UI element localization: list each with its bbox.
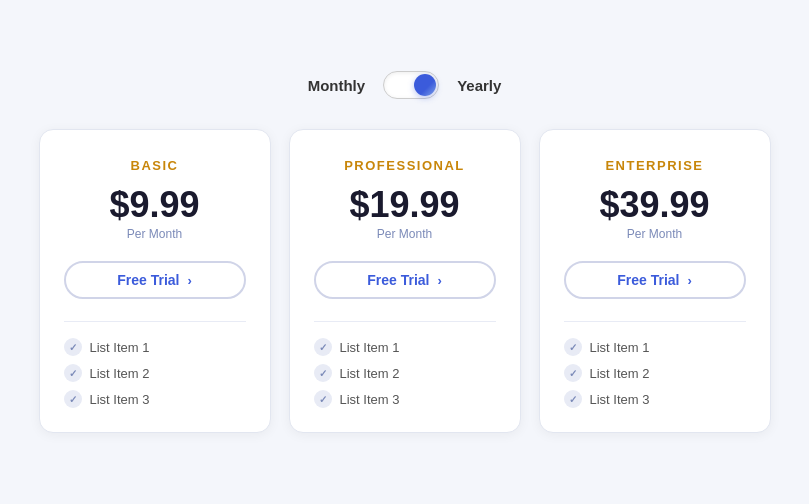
free-trial-label-enterprise: Free Trial [617, 272, 679, 288]
chevron-right-icon: › [187, 273, 191, 288]
card-divider-enterprise [564, 321, 746, 322]
check-icon-basic-0 [64, 338, 82, 356]
plan-price-basic: $9.99 [109, 187, 199, 223]
feature-item-basic-0: List Item 1 [64, 338, 246, 356]
feature-list-professional: List Item 1 List Item 2 List Item 3 [314, 338, 496, 408]
free-trial-button-basic[interactable]: Free Trial › [64, 261, 246, 299]
feature-item-enterprise-1: List Item 2 [564, 364, 746, 382]
feature-item-basic-2: List Item 3 [64, 390, 246, 408]
feature-label-professional-1: List Item 2 [340, 366, 400, 381]
free-trial-label-basic: Free Trial [117, 272, 179, 288]
feature-label-enterprise-2: List Item 3 [590, 392, 650, 407]
plan-price-enterprise: $39.99 [599, 187, 709, 223]
check-icon-professional-1 [314, 364, 332, 382]
check-icon-basic-2 [64, 390, 82, 408]
feature-item-enterprise-2: List Item 3 [564, 390, 746, 408]
pricing-cards: BASIC $9.99 Per Month Free Trial › List … [39, 129, 771, 433]
plan-name-enterprise: ENTERPRISE [605, 158, 703, 173]
toggle-thumb [414, 74, 436, 96]
check-icon-enterprise-2 [564, 390, 582, 408]
pricing-card-basic: BASIC $9.99 Per Month Free Trial › List … [39, 129, 271, 433]
feature-item-professional-1: List Item 2 [314, 364, 496, 382]
free-trial-button-enterprise[interactable]: Free Trial › [564, 261, 746, 299]
monthly-label: Monthly [308, 77, 366, 94]
feature-item-enterprise-0: List Item 1 [564, 338, 746, 356]
feature-item-professional-2: List Item 3 [314, 390, 496, 408]
chevron-right-icon: › [687, 273, 691, 288]
pricing-card-professional: PROFESSIONAL $19.99 Per Month Free Trial… [289, 129, 521, 433]
check-icon-professional-2 [314, 390, 332, 408]
feature-list-basic: List Item 1 List Item 2 List Item 3 [64, 338, 246, 408]
feature-label-enterprise-0: List Item 1 [590, 340, 650, 355]
feature-list-enterprise: List Item 1 List Item 2 List Item 3 [564, 338, 746, 408]
plan-price-professional: $19.99 [349, 187, 459, 223]
chevron-right-icon: › [437, 273, 441, 288]
pricing-card-enterprise: ENTERPRISE $39.99 Per Month Free Trial ›… [539, 129, 771, 433]
per-month-enterprise: Per Month [627, 227, 682, 241]
card-divider-basic [64, 321, 246, 322]
card-divider-professional [314, 321, 496, 322]
free-trial-button-professional[interactable]: Free Trial › [314, 261, 496, 299]
feature-label-basic-1: List Item 2 [90, 366, 150, 381]
check-icon-enterprise-0 [564, 338, 582, 356]
plan-name-professional: PROFESSIONAL [344, 158, 465, 173]
check-icon-enterprise-1 [564, 364, 582, 382]
billing-toggle-row: Monthly Yearly [308, 71, 502, 99]
plan-name-basic: BASIC [131, 158, 179, 173]
feature-label-basic-0: List Item 1 [90, 340, 150, 355]
feature-label-professional-2: List Item 3 [340, 392, 400, 407]
feature-item-basic-1: List Item 2 [64, 364, 246, 382]
free-trial-label-professional: Free Trial [367, 272, 429, 288]
billing-toggle[interactable] [383, 71, 439, 99]
yearly-label: Yearly [457, 77, 501, 94]
check-icon-professional-0 [314, 338, 332, 356]
toggle-track [383, 71, 439, 99]
feature-label-enterprise-1: List Item 2 [590, 366, 650, 381]
per-month-professional: Per Month [377, 227, 432, 241]
feature-label-basic-2: List Item 3 [90, 392, 150, 407]
feature-label-professional-0: List Item 1 [340, 340, 400, 355]
per-month-basic: Per Month [127, 227, 182, 241]
check-icon-basic-1 [64, 364, 82, 382]
feature-item-professional-0: List Item 1 [314, 338, 496, 356]
